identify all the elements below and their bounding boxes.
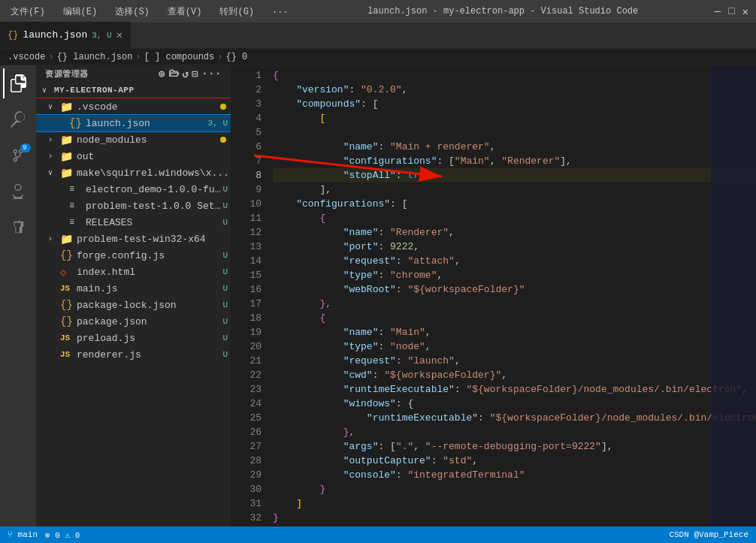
error-count[interactable]: ⊗ 0 ⚠ 0 [45,530,80,540]
vscode-arrow: ∨ [48,102,60,111]
pkglock-badge: U [222,300,228,309]
problem-setup-icon: ≡ [69,201,83,211]
menu-bar[interactable]: 文件(F) 编辑(E) 选择(S) 查看(V) 转到(G) ... [8,4,292,20]
out-label: out [77,151,231,162]
tree-item-package[interactable]: {} package.json U [36,313,231,330]
tree-item-renderer[interactable]: JS renderer.js U [36,346,231,363]
tree-item-electron-demo[interactable]: ≡ electron_demo-1.0.0-full... U [36,181,231,198]
preload-icon: JS [60,333,74,342]
vscode-folder-icon: 📁 [60,101,74,113]
renderer-icon: JS [60,350,74,359]
tree-item-releases[interactable]: ≡ RELEASES U [36,214,231,231]
tab-launch-json[interactable]: {} launch.json 3, U ✕ [0,22,131,48]
problem-setup-label: problem-test-1.0.0 Setup... [86,201,222,212]
tree-item-make[interactable]: ∨ 📁 make\squirrel.windows\x... [36,164,231,181]
menu-file[interactable]: 文件(F) [8,4,48,20]
root-arrow: ∨ [42,86,54,95]
node-modules-dot [220,137,226,143]
tree-item-preload[interactable]: JS preload.js U [36,330,231,346]
window-title: launch.json - my-electron-app - Visual S… [292,6,715,17]
forge-label: forge.config.js [77,250,222,261]
index-label: index.html [77,267,222,278]
editor[interactable]: 1234567891011121314151617181920212223242… [231,65,756,526]
close-button[interactable]: ✕ [742,5,748,18]
pkglock-icon: {} [60,299,74,311]
problem-setup-badge: U [222,201,228,210]
window-controls[interactable]: — □ ✕ [715,5,748,18]
menu-goto[interactable]: 转到(G) [216,4,257,20]
make-label: make\squirrel.windows\x... [77,167,231,179]
preload-badge: U [222,333,228,342]
sidebar-header: 资源管理器 ⊕ 🗁 ↺ ⊟ ··· [36,65,231,82]
more-actions-icon[interactable]: ··· [201,68,222,80]
tree-item-out[interactable]: › 📁 out [36,148,231,164]
tree-item-index[interactable]: ◇ index.html U [36,264,231,280]
electron-demo-icon: ≡ [69,184,83,195]
releases-icon: ≡ [69,217,83,228]
status-bar: ⑂ main ⊗ 0 ⚠ 0 CSDN @Vamp_Piece [0,526,756,543]
menu-more[interactable]: ... [269,4,292,20]
preload-label: preload.js [77,333,222,344]
releases-label: RELEASES [86,217,222,228]
index-icon: ◇ [60,266,74,279]
make-arrow: ∨ [48,168,60,177]
renderer-label: renderer.js [77,349,222,360]
breadcrumb-compounds[interactable]: [ ] compounds [144,52,215,62]
tree-item-vscode[interactable]: ∨ 📁 .vscode [36,98,231,115]
activity-bar: 9 [0,65,36,526]
breadcrumb-zero[interactable]: {} 0 [225,52,247,62]
node-modules-label: node_modules [77,134,220,146]
launch-badge: 3, U [208,119,228,128]
pkg-badge: U [222,317,228,326]
activity-debug[interactable] [3,176,33,207]
tree-item-package-lock[interactable]: {} package-lock.json U [36,297,231,313]
tree-item-launch-json[interactable]: {} launch.json 3, U [36,115,231,131]
title-bar: 文件(F) 编辑(E) 选择(S) 查看(V) 转到(G) ... launch… [0,0,756,23]
status-left: ⑂ main ⊗ 0 ⚠ 0 [8,530,654,540]
pkg-label: package.json [77,316,222,327]
vscode-modified-dot [220,104,226,110]
maximize-button[interactable]: □ [728,5,734,18]
tree-item-forge[interactable]: {} forge.config.js U [36,247,231,264]
activity-explorer[interactable] [3,68,33,98]
mainjs-label: main.js [77,283,222,294]
sidebar-actions[interactable]: ⊕ 🗁 ↺ ⊟ ··· [159,68,222,80]
activity-search[interactable] [3,104,33,134]
collapse-icon[interactable]: ⊟ [192,68,198,80]
tab-bar: {} launch.json 3, U ✕ [0,23,756,49]
win32-icon: 📁 [60,233,74,246]
tree-item-win32[interactable]: › 📁 problem-test-win32-x64 [36,231,231,247]
breadcrumb-sep-2: › [135,52,141,62]
breadcrumb-sep-3: › [217,52,222,62]
tree-root[interactable]: ∨ MY-ELECTRON-APP [36,82,231,98]
forge-badge: U [222,251,228,260]
new-file-icon[interactable]: ⊕ [159,68,165,80]
git-branch[interactable]: ⑂ main [8,530,38,540]
menu-edit[interactable]: 编辑(E) [60,4,101,20]
electron-demo-label: electron_demo-1.0.0-full... [86,184,222,195]
activity-extensions[interactable] [3,213,33,243]
new-folder-icon[interactable]: 🗁 [168,68,180,80]
node-modules-arrow: › [48,136,60,144]
mainjs-icon: JS [60,284,74,293]
refresh-icon[interactable]: ↺ [182,68,189,80]
forge-icon: {} [60,249,74,261]
menu-view[interactable]: 查看(V) [165,4,205,20]
launch-label: launch.json [86,118,208,129]
tree-item-problem-setup[interactable]: ≡ problem-test-1.0.0 Setup... U [36,198,231,214]
sidebar: 资源管理器 ⊕ 🗁 ↺ ⊟ ··· ∨ MY-ELECTRON-APP ∨ 📁 … [36,65,231,526]
tree-item-mainjs[interactable]: JS main.js U [36,280,231,297]
breadcrumb-launch[interactable]: {} launch.json [57,52,133,62]
menu-select[interactable]: 选择(S) [112,4,153,20]
breadcrumb-sep-1: › [48,52,53,62]
breadcrumb-vscode[interactable]: .vscode [8,52,45,62]
activity-scm[interactable]: 9 [3,140,33,170]
tree-item-node-modules[interactable]: › 📁 node_modules [36,131,231,148]
line-numbers: 1234567891011121314151617181920212223242… [231,65,268,525]
releases-badge: U [222,218,228,227]
tab-close-button[interactable]: ✕ [116,29,122,41]
out-arrow: › [48,152,60,161]
minimap [711,65,756,526]
minimize-button[interactable]: — [715,5,721,18]
code-content[interactable]: { "version": "0.2.0", "compounds": [ [ "… [273,65,756,525]
